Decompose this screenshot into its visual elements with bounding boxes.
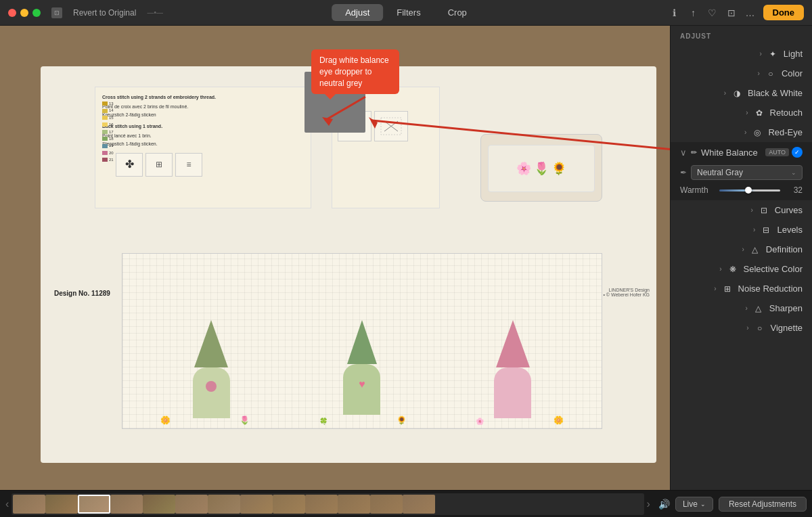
warmth-slider[interactable] <box>719 189 780 192</box>
filmstrip-track <box>12 493 644 515</box>
noise-icon: ⊞ <box>722 284 733 294</box>
filmstrip-prev[interactable]: ‹ <box>5 498 9 510</box>
more-icon[interactable]: … <box>744 7 757 19</box>
live-button[interactable]: Live ⌄ <box>675 497 713 512</box>
filmstrip-thumb-4[interactable] <box>110 495 143 514</box>
wb-check-badge: ✓ <box>792 147 803 158</box>
filmstrip-thumb-10[interactable] <box>305 495 338 514</box>
panel-label-redeye: Red-Eye <box>768 127 803 137</box>
reset-adjustments-button[interactable]: Reset Adjustments <box>719 497 807 512</box>
panel-header: ADJUST <box>671 26 812 44</box>
panel-label-wb: White Balance <box>701 148 758 158</box>
panel-item-sharpen[interactable]: › △ Sharpen <box>671 298 812 318</box>
instruction-line6: Steppstich 1-fädig sticken. <box>102 141 304 148</box>
panel-label-levels: Levels <box>777 225 803 235</box>
filmstrip-thumb-1[interactable] <box>13 495 45 514</box>
gnome-area: ♥ <box>122 254 602 428</box>
titlebar: ⊡ Revert to Original —•— Adjust Filters … <box>0 0 812 26</box>
heart-icon[interactable]: ♡ <box>706 7 719 19</box>
light-icon: ✦ <box>767 49 778 59</box>
live-label: Live <box>683 499 698 509</box>
filmstrip: ‹ › 🔊 Live ⌄ Reset Adjustments <box>0 490 812 517</box>
panel-label-sharpen: Sharpen <box>769 303 803 313</box>
instructions-area: 13 14 15 16 17 18 19 20 21 Cross stitch … <box>95 87 311 208</box>
tab-crop[interactable]: Crop <box>434 4 480 21</box>
close-button[interactable] <box>8 9 16 17</box>
filmstrip-thumb-9[interactable] <box>273 495 305 514</box>
color-swatches: 13 14 15 16 17 18 19 20 21 <box>102 101 114 163</box>
tab-filters[interactable]: Filters <box>383 4 434 21</box>
instruction-line4: Back stitch using 1 strand. <box>102 123 304 130</box>
warmth-thumb[interactable] <box>745 187 752 194</box>
levels-icon: ⊟ <box>761 225 771 235</box>
panel-item-noise[interactable]: › ⊞ Noise Reduction <box>671 279 812 298</box>
filmstrip-thumb-6[interactable] <box>175 495 208 514</box>
panel-label-noise: Noise Reduction <box>738 284 803 294</box>
panel-item-redeye[interactable]: › ◎ Red-Eye <box>671 122 812 142</box>
wb-neutral-dropdown[interactable]: Neutral Gray ⌄ <box>691 165 803 180</box>
pillow-embroidery: 🌸 🌷 🌻 <box>488 145 595 192</box>
tab-adjust[interactable]: Adjust <box>332 4 383 21</box>
filmstrip-thumb-7[interactable] <box>208 495 240 514</box>
panel-item-color[interactable]: › ○ Color <box>671 64 812 83</box>
eyedropper-icon[interactable]: ✒ <box>680 168 687 177</box>
panel-item-definition[interactable]: › △ Definition <box>671 240 812 259</box>
chevron-right-vignette: › <box>746 324 748 332</box>
filmstrip-thumb-13[interactable] <box>403 495 435 514</box>
filmstrip-thumb-selected[interactable] <box>78 495 110 514</box>
filmstrip-thumb-2[interactable] <box>45 495 78 514</box>
instruction-line5: Point lancé avec 1 brin. <box>102 133 304 139</box>
design-number: Design No. 11289 <box>54 290 110 297</box>
curves-icon: ⊡ <box>759 206 769 215</box>
filmstrip-thumb-8[interactable] <box>240 495 273 514</box>
panel-label-vignette: Vignette <box>771 323 803 333</box>
panel-label-bw: Black & White <box>748 88 803 98</box>
chevron-right-levels: › <box>753 226 755 233</box>
panel-item-bw[interactable]: › ◑ Black & White <box>671 83 812 103</box>
panel-label-definition: Definition <box>766 244 803 254</box>
photo-area: 13 14 15 16 17 18 19 20 21 Cross stitch … <box>0 26 670 490</box>
volume-icon[interactable]: 🔊 <box>658 499 670 510</box>
stitch-demo-tree: ✤ <box>116 153 143 177</box>
done-button[interactable]: Done <box>763 5 805 20</box>
instruction-line1: Cross stitch using 2 strands of embroide… <box>102 94 304 101</box>
panel-item-retouch[interactable]: › ✿ Retouch <box>671 103 812 122</box>
chevron-right-sharpen: › <box>746 305 748 312</box>
vignette-icon: ○ <box>754 323 765 333</box>
wb-neutral-row: ✒ Neutral Gray ⌄ <box>671 162 812 183</box>
chevron-right-light: › <box>759 50 761 58</box>
info-icon[interactable]: ℹ <box>669 7 681 19</box>
pillow-item: 🌸 🌷 🌻 <box>480 134 602 202</box>
filmstrip-thumb-12[interactable] <box>370 495 403 514</box>
bw-icon: ◑ <box>731 89 742 98</box>
right-panel: ADJUST › ✦ Light › ○ Color › ◑ Black & W… <box>670 26 812 490</box>
panel-label-color: Color <box>782 68 803 78</box>
wb-edit-icon: ✏ <box>691 148 697 157</box>
panel-item-levels[interactable]: › ⊟ Levels <box>671 220 812 240</box>
content-view-button[interactable]: ⊡ <box>51 7 62 18</box>
minimize-button[interactable] <box>20 9 28 17</box>
chevron-down-wb: ∨ <box>680 148 687 158</box>
share-icon[interactable]: ↑ <box>687 7 700 19</box>
maximize-button[interactable] <box>32 9 41 17</box>
white-balance-section: ∨ ✏ White Balance AUTO ✓ ✒ Neutral Gray … <box>671 142 812 200</box>
filmstrip-thumb-11[interactable] <box>338 495 370 514</box>
chevron-right-bw: › <box>724 89 726 97</box>
revert-to-original-button[interactable]: Revert to Original <box>73 8 136 18</box>
warmth-row: Warmth 32 <box>671 183 812 200</box>
main-layout: 13 14 15 16 17 18 19 20 21 Cross stitch … <box>0 26 812 490</box>
backstitch-demo2 <box>374 111 408 141</box>
filmstrip-thumb-5[interactable] <box>143 495 175 514</box>
window-controls: ⊡ <box>51 7 62 18</box>
flower-decoration: 🌼 🌷 🍀 🌻 🌸 🌼 <box>126 405 598 425</box>
selective-color-icon: ❋ <box>727 265 738 274</box>
panel-item-vignette[interactable]: › ○ Vignette <box>671 318 812 338</box>
filmstrip-next[interactable]: › <box>647 498 650 510</box>
panel-item-curves[interactable]: › ⊡ Curves <box>671 200 812 220</box>
white-balance-header[interactable]: ∨ ✏ White Balance AUTO ✓ <box>671 142 812 162</box>
white-balance-tooltip: Drag white balance eye dropper to neutra… <box>311 49 399 94</box>
panel-item-light[interactable]: › ✦ Light <box>671 44 812 64</box>
color-icon: ○ <box>765 69 776 78</box>
panel-item-selective-color[interactable]: › ❋ Selective Color <box>671 259 812 279</box>
windows-icon[interactable]: ⊡ <box>725 7 738 19</box>
